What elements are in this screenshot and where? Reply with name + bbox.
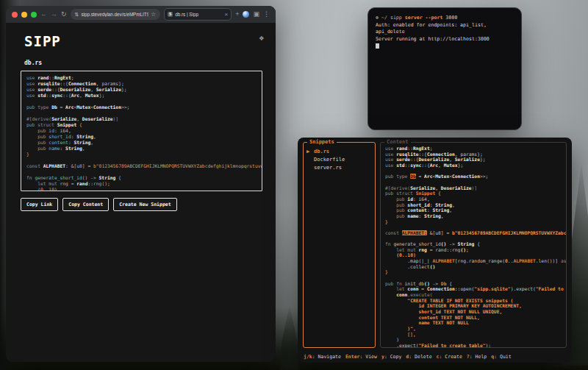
code-line: use std::sync::{Arc, Mutex}; [26,93,257,99]
tab-title: db.rs | Sipp [175,12,222,17]
code-line: use rand::RngExt; [26,75,257,81]
snippet-name: db.rs [24,60,262,66]
create-new-snippet-button[interactable]: Create New Snippet [113,198,176,211]
code-line: } [26,152,257,157]
code-line: short_id TEXT NOT NULL UNIQUE, [385,309,562,315]
selected-item-arrow-icon: ▶ [306,148,314,156]
statusbar-hint: j/k: Navigate [304,354,341,360]
code-line: pub fn init_db() -> Db { [385,281,562,287]
code-line [385,224,562,230]
code-line: pub type Db = Arc<Mutex<Connection>>; [385,174,562,179]
fullscreen-traffic-light[interactable] [31,12,37,18]
code-line: let mut rng = rand::rng(); [26,181,257,187]
snippet-list: ▶db.rsDockerfileserver.rs [304,143,375,177]
content-panel: Content use rand::RngExt;use rusqlite::{… [380,142,567,348]
terminal-window: ⊛ ~/ sipp server --port 3000 Auth: enabl… [368,7,522,130]
code-line: pub content: String, [26,140,257,146]
terminal-output: Auth: enabled for endpoints: api_list, a… [376,22,514,43]
tree-silhouette [279,305,300,370]
code-line: )", [385,326,562,332]
terminal-cursor [376,43,379,49]
code-line: ) [385,337,562,343]
code-line [26,169,257,175]
code-line: pub id: i64, [26,128,257,134]
code-line: pub short_id: String, [26,134,257,140]
tui-statusbar: j/k: NavigateEnter: Viewy: Copyd: Delete… [304,354,567,360]
terminal-output-line: Auth: enabled for endpoints: api_list, a… [376,22,514,36]
back-icon[interactable]: ← [40,11,47,18]
code-line: fn generate_short_id() -> String { [385,241,562,247]
prompt-app: sipp [390,15,402,21]
code-line: pub struct Snippet { [26,122,257,128]
statusbar-action: : Help [470,354,487,360]
code-line: use rusqlite::{Connection, params}; [385,152,562,157]
code-line: pub struct Snippet { [385,191,562,196]
statusbar-hint: Enter: View [345,354,377,360]
tab-close-icon[interactable]: × [225,11,229,18]
code-line: use std::sync::{Arc, Mutex}; [385,163,562,168]
snippet-list-item[interactable]: server.rs [306,164,372,172]
code-line: const ALPHABET: &[u8] = b"0123456789ABCD… [385,230,562,236]
new-tab-icon[interactable]: + [235,11,239,18]
statusbar-hint: q: Quit [491,354,511,360]
statusbar-action: : Quit [494,354,511,360]
code-line: use rusqlite::{Connection, params}; [26,81,257,87]
extensions-icon[interactable]: ▣ [253,11,259,18]
menu-icon[interactable]: ⋮ [263,11,270,18]
code-line: } [385,219,562,225]
statusbar-action: : View [359,354,376,360]
bookmark-star-icon[interactable]: ☆ [151,11,156,18]
snippets-panel: Snippets ▶db.rsDockerfileserver.rs [303,142,376,348]
code-line: fn generate_short_id() -> String { [26,175,257,181]
forward-icon[interactable]: → [51,11,57,18]
reload-icon[interactable]: ↻ [61,11,67,18]
code-line: pub type Db = Arc<Mutex<Connection>>; [26,104,257,110]
minimize-traffic-light[interactable] [21,12,27,18]
statusbar-action: : Create [440,354,462,360]
prompt-path: ~/ [381,15,387,21]
code-line: pub short_id: String, [385,202,562,208]
statusbar-hint: c: Create [437,354,462,360]
snippet-code-block: use rand::RngExt;use rusqlite::{Connecti… [21,71,262,191]
copy-link-button[interactable]: Copy Link [21,198,58,211]
snippet-item-label: Dockerfile [314,157,345,163]
profile-avatar[interactable] [243,11,249,18]
code-line: pub content: String, [385,207,562,213]
statusbar-key: j/k [304,354,312,360]
code-line: [], [385,332,562,338]
site-info-icon[interactable]: ⇅ [75,12,79,18]
code-line: pub name: String, [26,146,257,152]
code-line [26,157,257,163]
code-line: } [385,269,562,275]
snippet-manager-window: Snippets ▶db.rsDockerfileserver.rs Conte… [298,138,572,363]
content-panel-title: Content [384,139,411,145]
sipp-logo-icon: ❖ [259,33,264,43]
snippet-list-item[interactable]: ▶db.rs [306,148,372,156]
url-bar[interactable]: ⇅ sipp.stevedylan.dev/s/eMPmLIT99j ☆ [71,9,161,20]
snippet-list-item[interactable]: Dockerfile [306,156,372,164]
code-line [385,236,562,242]
code-line: const ALPHABET: &[u8] = b"0123456789ABCD… [26,163,257,169]
prompt-command: server --port 3000 [405,15,457,21]
code-line [26,110,257,116]
close-traffic-light[interactable] [12,12,18,18]
code-line [385,168,562,174]
statusbar-hint: ?: Help [467,354,487,360]
snippets-panel-title: Snippets [307,139,337,145]
tab-dbrs[interactable]: S db.rs | Sipp × [164,8,232,21]
statusbar-hint: y: Copy [381,354,401,360]
code-line: content TEXT NOT NULL, [385,315,562,321]
code-line: #[derive(Serialize, Deserialize)] [26,116,257,122]
code-line [385,179,562,185]
code-line: use serde::{Deserialize, Serialize}; [385,157,562,163]
code-line: use serde::{Deserialize, Serialize}; [26,87,257,93]
code-line [385,275,562,281]
code-line: let mut rng = rand::rng(); [385,247,562,253]
copy-content-button[interactable]: Copy Content [62,198,109,211]
code-line: name TEXT NOT NULL [385,320,562,326]
url-text: sipp.stevedylan.dev/s/eMPmLIT99j [81,12,148,17]
code-line: .collect() [385,264,562,270]
statusbar-key: Enter [345,354,360,360]
snippet-item-label: db.rs [314,149,329,154]
statusbar-action: : Copy [384,354,401,360]
